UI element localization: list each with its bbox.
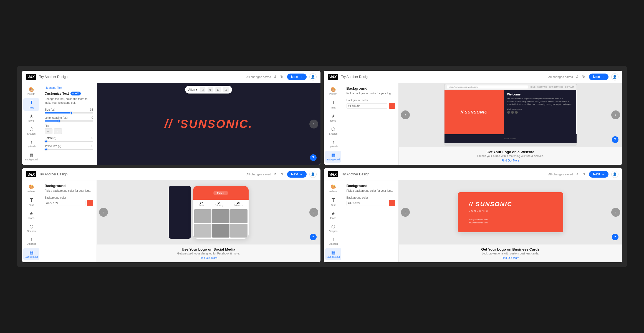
user-icon-1[interactable]: 👤: [309, 73, 317, 80]
find-out-more-4[interactable]: Find Out More: [502, 256, 519, 259]
sidebar-item-uploads-1[interactable]: ↑ Uploads: [23, 138, 39, 150]
wix-logo-2: WiX: [328, 74, 339, 80]
nav-arrow-left-2[interactable]: ‹: [401, 110, 410, 119]
align-dropdown[interactable]: Align ▾: [188, 88, 198, 92]
flip-h-btn[interactable]: ↔: [45, 128, 52, 134]
undo-icon-1[interactable]: ↺: [272, 74, 278, 80]
palette-icon-2: 🎨: [330, 87, 336, 92]
rotate-track[interactable]: [45, 141, 93, 142]
text-curve-track[interactable]: [45, 149, 93, 150]
sidebar-2: 🎨 Palette T Text ★ Icons ⬡ Shapes: [324, 83, 343, 165]
nav-arrow-left-4[interactable]: ‹: [401, 208, 410, 217]
next-button-1[interactable]: Next →: [287, 74, 306, 80]
sidebar-item-background-2[interactable]: ▦ Background: [325, 151, 341, 163]
canvas-container-1: Align ▾ □ ⊕ ⊞ ⊟ // 'SUNSONIC. › ?: [97, 83, 320, 165]
sidebar-item-text-2[interactable]: T Text: [325, 98, 341, 111]
try-another-4[interactable]: Try Another Design: [341, 172, 545, 176]
options-panel-4: Background Pick a background color for y…: [343, 180, 399, 262]
social-thumb-2: [212, 209, 229, 223]
sidebar-item-text-4[interactable]: T Text: [325, 196, 341, 208]
nav-arrow-right-4[interactable]: ›: [611, 208, 620, 217]
color-hash-3[interactable]: # F55139: [45, 201, 85, 206]
help-btn-4[interactable]: ?: [612, 234, 618, 240]
help-btn-3[interactable]: ?: [310, 234, 317, 240]
try-another-1[interactable]: Try Another Design: [39, 75, 244, 79]
find-out-more-2[interactable]: Find Out More: [502, 159, 519, 162]
help-btn-2[interactable]: ?: [612, 136, 618, 143]
sidebar-item-text-1[interactable]: T Text: [23, 98, 39, 111]
toolbar-icon-4[interactable]: ⊟: [223, 87, 229, 92]
user-icon-2[interactable]: 👤: [611, 73, 618, 80]
social-header: Follow: [193, 186, 249, 200]
next-button-4[interactable]: Next →: [589, 171, 608, 178]
customize-text-desc: Change the font, color and more to make …: [45, 97, 93, 105]
social-dark-panel: [169, 186, 191, 239]
add-badge[interactable]: + Add: [70, 92, 81, 95]
color-swatch-2[interactable]: [389, 103, 395, 109]
nav-arrow-left-3[interactable]: ‹: [99, 208, 108, 217]
palette-label-1: Palette: [27, 93, 35, 95]
topbar-3: WiX Try Another Design All changes saved…: [22, 168, 320, 180]
background-icon-1: ▦: [29, 152, 34, 158]
color-hash-2[interactable]: # F55139: [347, 103, 387, 109]
color-hash-4[interactable]: # F55139: [347, 201, 387, 206]
sidebar-item-uploads-2[interactable]: ↑ Uploads: [325, 138, 341, 150]
sidebar-item-shapes-2[interactable]: ⬡ Shapes: [325, 125, 341, 137]
undo-icon-4[interactable]: ↺: [574, 171, 580, 177]
try-another-3[interactable]: Try Another Design: [39, 172, 244, 176]
color-swatch-4[interactable]: [389, 200, 395, 206]
find-out-more-3[interactable]: Find Out More: [200, 256, 218, 259]
flip-v-btn[interactable]: ↕: [54, 128, 62, 134]
nav-arrow-right-2[interactable]: ›: [611, 110, 620, 119]
sidebar-item-icons-3[interactable]: ★ Icons: [23, 209, 39, 221]
sidebar-3: 🎨 Palette T Text ★ Icons ⬡ Shapes: [22, 180, 41, 262]
rotate-section: Rotate (°) 0: [45, 137, 93, 142]
sidebar-item-icons-4[interactable]: ★ Icons: [325, 209, 341, 221]
sidebar-item-background-4[interactable]: ▦ Background: [325, 248, 341, 260]
color-swatch-3[interactable]: [87, 200, 93, 206]
redo-icon-4[interactable]: ↻: [581, 171, 586, 177]
sidebar-item-uploads-3[interactable]: ↑ Uploads: [23, 235, 39, 247]
sidebar-item-palette-3[interactable]: 🎨 Palette: [23, 183, 39, 195]
mockup-left-2: // SUNSONIC: [445, 90, 504, 134]
canvas-container-4: ‹ // SUNSONIC SUNSONIC info@sunsonic.com…: [399, 180, 622, 262]
uploads-icon-1: ↑: [30, 140, 32, 145]
redo-icon-2[interactable]: ↻: [581, 74, 586, 80]
help-btn-1[interactable]: ?: [310, 154, 317, 161]
user-icon-3[interactable]: 👤: [309, 171, 317, 178]
nav-arrow-right-3[interactable]: ›: [309, 208, 318, 217]
align-toolbar: Align ▾ □ ⊕ ⊞ ⊟: [185, 86, 232, 94]
sidebar-item-icons-1[interactable]: ★ Icons: [23, 112, 39, 124]
sidebar-item-text-3[interactable]: T Text: [23, 196, 39, 208]
sidebar-item-uploads-4[interactable]: ↑ Uploads: [325, 235, 341, 247]
canvas-container-2: ‹ https://www.sunsonic.wixsite.com HOME …: [399, 83, 622, 165]
sidebar-item-palette-2[interactable]: 🎨 Palette: [325, 85, 341, 97]
next-button-3[interactable]: Next →: [287, 171, 306, 178]
sidebar-item-background-3[interactable]: ▦ Background: [23, 248, 39, 260]
sidebar-item-shapes-1[interactable]: ⬡ Shapes: [23, 125, 39, 137]
try-another-2[interactable]: Try Another Design: [341, 75, 545, 79]
letter-spacing-track[interactable]: [45, 120, 93, 122]
user-icon-4[interactable]: 👤: [611, 171, 618, 178]
sidebar-item-palette-4[interactable]: 🎨 Palette: [325, 183, 341, 195]
undo-icon-3[interactable]: ↺: [272, 171, 278, 177]
toolbar-icon-2[interactable]: ⊕: [208, 87, 213, 92]
promo-title-3: Use Your Logo on Social Media: [102, 247, 315, 251]
sidebar-item-shapes-4[interactable]: ⬡ Shapes: [325, 222, 341, 234]
toolbar-icon-1[interactable]: □: [200, 87, 205, 92]
sidebar-item-palette-1[interactable]: 🎨 Palette: [23, 85, 39, 97]
follow-btn[interactable]: Follow: [213, 191, 228, 195]
sidebar-item-icons-2[interactable]: ★ Icons: [325, 112, 341, 124]
nav-arrow-right-1[interactable]: ›: [309, 120, 318, 128]
manage-text-link[interactable]: ‹ Manage Text: [45, 86, 93, 89]
sidebar-item-shapes-3[interactable]: ⬡ Shapes: [23, 222, 39, 234]
next-button-2[interactable]: Next →: [589, 74, 608, 80]
redo-icon-1[interactable]: ↻: [279, 74, 284, 80]
sidebar-item-background-1[interactable]: ▦ Background: [23, 151, 39, 163]
redo-icon-3[interactable]: ↻: [279, 171, 284, 177]
background-desc-2: Pick a background color for your logo.: [347, 92, 395, 95]
toolbar-icon-3[interactable]: ⊞: [215, 87, 221, 92]
undo-icon-2[interactable]: ↺: [574, 74, 580, 80]
canvas-footer-4: Get Your Logo on Business Cards Look pro…: [399, 244, 622, 262]
size-slider-track[interactable]: [45, 112, 93, 113]
